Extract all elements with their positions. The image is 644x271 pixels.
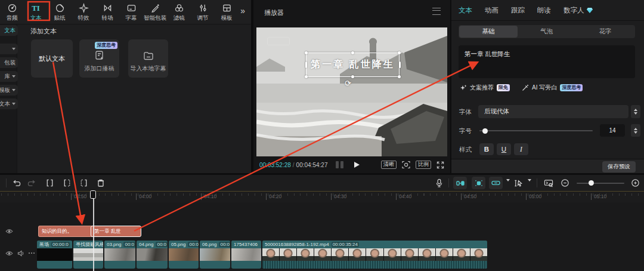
play-button[interactable]: [353, 161, 360, 168]
tab-captions[interactable]: 字幕: [119, 0, 143, 22]
ruler-label: 05:00: [526, 193, 541, 200]
zoom-out-icon[interactable]: [559, 177, 571, 189]
size-value-field[interactable]: 14: [600, 124, 625, 137]
selection-handle[interactable]: [398, 51, 401, 54]
slider-handle[interactable]: [589, 180, 594, 186]
zoom-in-icon[interactable]: [630, 177, 641, 189]
selection-handle[interactable]: [398, 75, 401, 78]
sub-tab-bubble[interactable]: 气泡: [518, 26, 576, 38]
select-tool-icon[interactable]: [513, 177, 524, 189]
copy-recommend-button[interactable]: 文案推荐: [470, 84, 494, 92]
tab-effects[interactable]: 特效: [72, 0, 95, 22]
tab-smart-package[interactable]: 智能包装: [143, 0, 167, 22]
tab-label: 特效: [78, 14, 89, 22]
text-input[interactable]: 第一章 乱世降生: [459, 45, 635, 78]
timeline-view-settings-icon[interactable]: [543, 177, 554, 189]
library-side-nav: 文本 包装 库 模板 文本: [0, 24, 17, 173]
linkage-icon[interactable]: [489, 177, 503, 189]
focus-frame-icon[interactable]: [402, 161, 410, 169]
side-nav-item-text2[interactable]: 文本: [0, 98, 18, 109]
video-clip[interactable]: 06.png00:0: [200, 241, 230, 269]
diamond-icon: [587, 8, 593, 13]
tab-sticker[interactable]: 贴纸: [48, 0, 72, 22]
ratio-button[interactable]: 比例: [416, 161, 431, 170]
size-slider[interactable]: [479, 130, 593, 131]
redo-button[interactable]: [26, 177, 38, 189]
selection-handle-right[interactable]: [399, 61, 401, 68]
slider-handle[interactable]: [482, 128, 488, 134]
side-nav-item-package[interactable]: 包装: [0, 57, 18, 68]
fullscreen-icon[interactable]: [436, 161, 444, 169]
font-stepper[interactable]: [631, 105, 640, 118]
side-nav-item-collapsed[interactable]: [0, 44, 18, 54]
text-overlay-selection[interactable]: 第一章 乱世降生: [306, 53, 400, 77]
tab-animation[interactable]: 动画: [485, 6, 499, 15]
video-track-more-icon[interactable]: [28, 250, 35, 256]
player-menu-button[interactable]: [432, 8, 441, 15]
video-clip-mp4[interactable]: 500001638892858-1-192.mp400:00:35:24: [262, 241, 487, 269]
selection-handle[interactable]: [305, 75, 308, 78]
bold-button[interactable]: B: [479, 143, 494, 155]
video-track-mute-toggle[interactable]: [17, 250, 24, 257]
side-nav-item-template[interactable]: 模板: [0, 85, 18, 96]
toolbar-more-button[interactable]: »: [240, 0, 251, 16]
tab-read-aloud[interactable]: 朗读: [537, 6, 551, 15]
text-clip-selected[interactable]: 第一章 乱世: [91, 226, 141, 237]
tab-audio[interactable]: 音频: [0, 0, 24, 22]
timeline-ruler[interactable]: 03:50 04:00 04:10 04:20 04:30 04:40 04:5…: [0, 191, 644, 202]
text-clip[interactable]: 知识的目的。: [38, 226, 97, 237]
video-clip[interactable]: 黑场00:00:0: [37, 241, 72, 269]
timeline-zoom-slider[interactable]: [577, 183, 624, 184]
quality-button[interactable]: 清晰: [381, 161, 397, 170]
selection-handle[interactable]: [351, 51, 354, 54]
italic-button[interactable]: I: [514, 143, 528, 155]
playhead-handle[interactable]: [90, 190, 96, 199]
tab-text[interactable]: TI 文本: [24, 0, 48, 22]
underline-button[interactable]: U: [497, 143, 511, 155]
save-preset-button[interactable]: 保存预设: [602, 161, 636, 173]
tab-template[interactable]: 模板: [215, 0, 239, 22]
default-text-card[interactable]: 默认文本: [31, 39, 73, 78]
record-mic-button[interactable]: [434, 177, 445, 189]
font-select[interactable]: 后现代体: [478, 105, 628, 118]
selection-handle[interactable]: [351, 75, 354, 78]
compare-icon[interactable]: [336, 161, 343, 168]
playhead[interactable]: [93, 191, 94, 271]
delete-button[interactable]: [95, 177, 106, 189]
tab-text-props[interactable]: 文本: [459, 6, 472, 15]
side-nav-item-text[interactable]: 文本: [0, 25, 18, 36]
transition-icon: [103, 3, 113, 13]
trim-right-icon[interactable]: [78, 177, 89, 189]
video-clip[interactable]: 寻找摄影风格: [73, 241, 103, 269]
add-voiceover-card[interactable]: 深度思考 添加口播稿: [79, 39, 119, 78]
sticker-icon: [55, 3, 65, 13]
sub-tab-fancy-text[interactable]: 花字: [576, 26, 634, 38]
tab-tracking[interactable]: 跟踪: [511, 6, 525, 15]
tab-filter[interactable]: 滤镜: [167, 0, 191, 22]
ruler-label: 05:10: [591, 193, 606, 200]
tab-transition[interactable]: 转场: [95, 0, 119, 22]
size-stepper[interactable]: [631, 124, 640, 137]
video-track-visibility-toggle[interactable]: [5, 251, 13, 256]
side-nav-item-library[interactable]: 库: [0, 71, 18, 82]
text-track-visibility-toggle[interactable]: [5, 229, 13, 234]
video-clip[interactable]: 175437406: [231, 241, 261, 269]
auto-snap-icon[interactable]: [472, 177, 485, 189]
main-track-magnet-icon[interactable]: [453, 177, 467, 189]
video-clip[interactable]: 05.png00:0: [169, 241, 199, 269]
audio-icon: [7, 3, 17, 13]
undo-button[interactable]: [11, 177, 22, 189]
tab-digital-human[interactable]: 数字人: [564, 6, 593, 15]
video-preview[interactable]: 第一章 乱世降生 ⟳: [256, 27, 447, 156]
trim-left-icon[interactable]: [61, 177, 73, 189]
video-clip[interactable]: 03.png00:0: [104, 241, 135, 269]
selection-handle[interactable]: [305, 51, 308, 54]
video-clip[interactable]: 04.png00:0: [137, 241, 168, 269]
split-icon[interactable]: [44, 177, 55, 189]
ai-voiceover-button[interactable]: AI 写旁白: [532, 84, 557, 92]
selection-handle-left[interactable]: [305, 61, 307, 68]
sub-tab-basic[interactable]: 基础: [459, 26, 518, 38]
rotate-handle-icon[interactable]: ⟳: [345, 79, 351, 88]
import-subtitles-card[interactable]: 导入本地字幕: [128, 39, 168, 78]
tab-adjust[interactable]: 调节: [191, 0, 215, 22]
